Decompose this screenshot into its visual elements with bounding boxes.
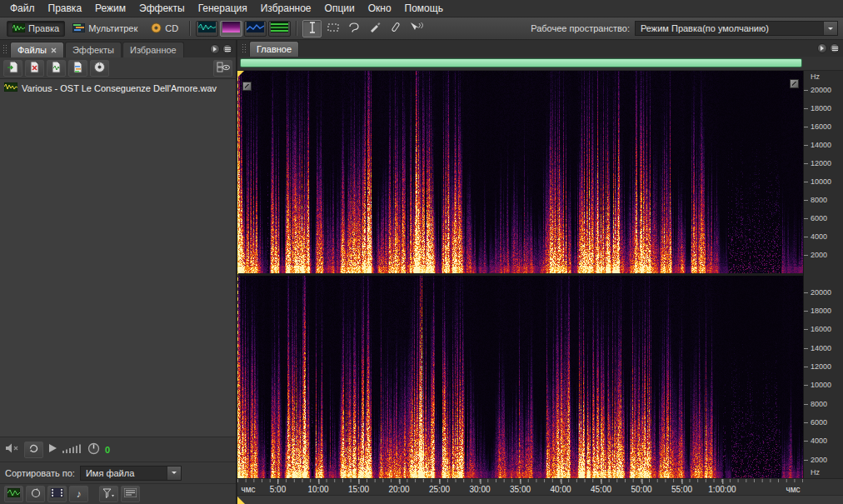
main-tabstrip: Главное [237, 40, 843, 57]
edit-file-button[interactable] [47, 60, 66, 77]
freq-tick-label: 18000 [811, 104, 831, 112]
menu-item-2[interactable]: Режим [88, 1, 132, 16]
filter-midi-button[interactable]: ♪ [69, 486, 88, 502]
marquee-selection-tool[interactable] [323, 20, 342, 37]
preview-volume-knob[interactable] [87, 442, 100, 457]
insert-multitrack-button[interactable] [68, 60, 87, 77]
cd-view-button[interactable]: CD [145, 20, 184, 37]
pan-handle-icon[interactable] [242, 82, 252, 91]
waveform-display-button[interactable] [196, 21, 218, 37]
play-preview-icon[interactable] [48, 443, 57, 456]
view-switch-group: Правка Мультитрек CD [3, 17, 187, 39]
panel-scroll-button[interactable] [817, 43, 827, 53]
scrub-icon [409, 21, 423, 36]
filter-video-button[interactable] [47, 486, 67, 502]
tab-files[interactable]: Файлы [10, 42, 64, 57]
loop-playback-button[interactable] [24, 442, 43, 458]
freq-tick-label: 6000 [811, 214, 827, 222]
spectral-phase-display-button[interactable] [268, 21, 291, 37]
selection-start-marker-top[interactable] [237, 71, 244, 77]
panel-grip-icon[interactable] [242, 43, 247, 54]
playhead[interactable] [237, 71, 238, 478]
path-list-icon [124, 488, 137, 500]
panel-scroll-button[interactable] [210, 44, 220, 54]
timeline-unit-right: чмс [786, 485, 800, 494]
import-file-button[interactable] [3, 60, 22, 77]
freq-tick-label: 12000 [811, 159, 831, 167]
timeline-ruler[interactable]: 5:0010:0015:0020:0025:0030:0035:0040:004… [237, 478, 843, 495]
menu-item-0[interactable]: Файл [3, 1, 42, 16]
file-list[interactable]: Various - OST Le Conseguenze Dell'Amore.… [0, 79, 236, 437]
time-selection-tool[interactable] [302, 20, 322, 37]
panel-menu-button[interactable] [830, 43, 840, 53]
brush-icon [368, 21, 382, 36]
filter-loop-button[interactable] [26, 486, 45, 502]
panel-grip-icon[interactable] [2, 44, 7, 55]
panel-menu-button[interactable] [222, 44, 232, 54]
tools-group [299, 17, 429, 39]
mute-speaker-icon[interactable] [5, 442, 19, 457]
menu-item-7[interactable]: Окно [362, 1, 398, 16]
loop-icon [27, 443, 40, 457]
chevron-down-icon[interactable] [167, 467, 181, 480]
workspace-select[interactable]: Режим Правка(по умолчанию) [635, 21, 838, 36]
spectrogram-canvas-right[interactable] [237, 276, 803, 478]
insert-cd-button[interactable] [90, 60, 109, 77]
loop-filter-icon [30, 488, 42, 501]
filter-audio-button[interactable] [4, 486, 23, 502]
spectral-phase-display-icon [271, 22, 288, 35]
navigator-range-bar[interactable] [240, 58, 802, 67]
edit-view-label: Правка [28, 23, 59, 33]
right-channel-spectrogram[interactable] [237, 273, 803, 478]
show-options-button[interactable] [213, 60, 232, 77]
zoom-navigator[interactable] [237, 57, 843, 71]
menu-item-8[interactable]: Помощь [398, 1, 450, 16]
close-file-icon [28, 61, 41, 76]
close-tab-icon[interactable] [51, 45, 57, 55]
show-full-path-button[interactable] [121, 486, 140, 502]
freq-tick-label: 2000 [811, 456, 827, 464]
zoom-handle-icon[interactable] [790, 79, 799, 88]
sort-select[interactable]: Имя файла [80, 466, 182, 481]
audition-window: ФайлПравкаРежимЭффектыГенерацияИзбранное… [0, 0, 843, 504]
scrub-tool[interactable] [407, 20, 426, 37]
import-file-icon [7, 61, 19, 76]
multitrack-icon [72, 23, 85, 34]
toolbar-separator [296, 21, 297, 36]
frequency-ruler[interactable]: Hz Hz 2000018000160001400012000100008000… [803, 71, 843, 478]
cd-view-label: CD [165, 23, 178, 33]
menu-item-4[interactable]: Генерация [192, 1, 254, 16]
multitrack-view-button[interactable]: Мультитрек [67, 21, 143, 37]
menu-item-5[interactable]: Избранное [254, 1, 318, 16]
tab-effects[interactable]: Эффекты [65, 42, 122, 57]
tab-favorites[interactable]: Избранное [122, 42, 184, 57]
spectrogram-canvas-left[interactable] [237, 71, 803, 273]
preview-volume-value: 0 [105, 445, 110, 455]
volume-bars-icon[interactable] [62, 443, 82, 456]
filter-options-button[interactable] [99, 486, 118, 502]
effects-paintbrush-tool[interactable] [365, 20, 384, 37]
lasso-selection-tool[interactable] [344, 20, 363, 37]
menu-item-3[interactable]: Эффекты [132, 1, 192, 16]
spectral-display-button[interactable] [220, 21, 242, 37]
freq-tick-label: 10000 [811, 381, 831, 389]
menu-item-6[interactable]: Опции [318, 1, 362, 16]
waveform-display-icon [198, 22, 216, 35]
file-item[interactable]: Various - OST Le Conseguenze Dell'Amore.… [0, 82, 236, 94]
selection-bar[interactable] [237, 495, 843, 504]
left-channel-spectrogram[interactable] [237, 71, 803, 273]
edit-view-button[interactable]: Правка [7, 21, 65, 37]
selection-start-marker-bottom[interactable] [237, 497, 245, 504]
tab-favorites-label: Избранное [130, 45, 177, 55]
time-label: 25:00 [429, 485, 450, 494]
midi-note-icon: ♪ [77, 489, 82, 499]
time-label: 55:00 [671, 485, 692, 494]
spot-healing-brush-tool[interactable] [386, 20, 405, 37]
menubar: ФайлПравкаРежимЭффектыГенерацияИзбранное… [0, 0, 843, 17]
options-eye-icon [217, 62, 230, 75]
tab-main[interactable]: Главное [249, 41, 299, 57]
menu-item-1[interactable]: Правка [42, 1, 89, 16]
close-file-button[interactable] [25, 60, 44, 77]
chevron-down-icon[interactable] [823, 22, 837, 35]
spectral-pan-display-button[interactable] [244, 21, 267, 37]
